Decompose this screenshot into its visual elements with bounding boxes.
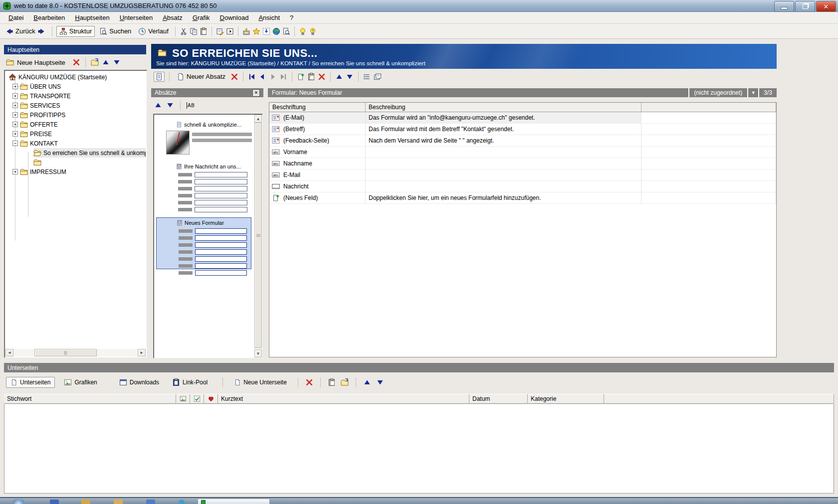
assignment-dropdown[interactable]: (nicht zugeordnet) xyxy=(688,88,748,97)
copy-icon[interactable] xyxy=(190,27,198,35)
taskbar-icon[interactable] xyxy=(50,500,59,504)
paragraph-up-icon[interactable] xyxy=(154,101,162,109)
preview-panel-icon[interactable] xyxy=(226,27,234,35)
menu-ansicht[interactable]: Ansicht xyxy=(254,12,284,23)
expander-plus[interactable]: + xyxy=(12,84,18,89)
column-header-heart-icon[interactable] xyxy=(204,394,218,404)
field-down-icon[interactable] xyxy=(346,73,354,81)
menu-download[interactable]: Download xyxy=(215,12,253,23)
expander-plus[interactable]: + xyxy=(12,169,18,174)
tree-item-offerte[interactable]: + OFFERTE xyxy=(12,120,58,129)
cut-icon[interactable] xyxy=(180,27,188,35)
verlauf-button[interactable]: Verlauf xyxy=(136,26,171,36)
close-button[interactable]: ✕ xyxy=(816,1,836,12)
menu-datei[interactable]: Datei xyxy=(4,12,28,23)
form-row-feedback-setting[interactable]: (Feedback-Seite) Nach dem Versand wird d… xyxy=(269,135,776,147)
tab-link-pool[interactable]: Link-Pool xyxy=(168,377,211,388)
publish-icon[interactable] xyxy=(242,27,250,35)
column-header-beschreibung[interactable]: Beschreibung xyxy=(366,103,641,112)
help-bulb-icon[interactable] xyxy=(309,27,317,35)
globe-icon[interactable] xyxy=(272,27,280,35)
column-header-check-icon[interactable] xyxy=(190,394,204,404)
struktur-button[interactable]: Struktur xyxy=(56,26,95,37)
rename-button[interactable]: AB xyxy=(187,102,195,109)
column-header-datum[interactable]: Datum xyxy=(469,394,528,404)
tree-item-preise[interactable]: + PREISE xyxy=(12,129,52,139)
forward-arrow-icon[interactable] xyxy=(37,27,45,35)
new-unterseite-button[interactable]: Neue Unterseite xyxy=(230,377,291,387)
form-row-neues-feld[interactable]: (Neues Feld) Doppelklicken Sie hier, um … xyxy=(269,192,776,204)
nav-prev-icon[interactable] xyxy=(258,73,266,81)
expander-plus[interactable]: + xyxy=(12,103,18,108)
delete-paragraph-icon[interactable] xyxy=(230,73,238,81)
tab-grafiken[interactable]: Grafiken xyxy=(60,377,101,388)
list-view-icon[interactable] xyxy=(363,73,371,81)
tree-item-ueber-uns[interactable]: + ÜBER UNS xyxy=(12,82,61,91)
minimize-button[interactable] xyxy=(774,1,794,12)
menu-absatz[interactable]: Absatz xyxy=(158,12,187,23)
scroll-up-button[interactable]: ▲ xyxy=(254,115,262,123)
menu-grafik[interactable]: Grafik xyxy=(188,12,214,23)
tree-hscrollbar[interactable]: ◄ ► xyxy=(5,349,146,356)
close-panel-icon[interactable]: ✕ xyxy=(252,89,260,97)
expander-plus[interactable]: + xyxy=(12,122,18,127)
subpage-down-icon[interactable] xyxy=(376,378,384,386)
scroll-thumb[interactable] xyxy=(254,123,262,348)
new-hauptseite-button[interactable]: Neue Hauptseite xyxy=(17,59,65,66)
paragraph-item-3-selected[interactable]: Neues Formular xyxy=(156,217,251,269)
scroll-thumb[interactable] xyxy=(34,349,97,356)
stack-view-icon[interactable] xyxy=(374,73,382,81)
taskbar-icon[interactable] xyxy=(81,500,90,504)
paragraph-down-icon[interactable] xyxy=(166,101,174,109)
tree-item-kontakt[interactable]: − KONTAKT xyxy=(12,139,58,148)
scroll-left-button[interactable]: ◄ xyxy=(5,349,13,356)
expander-plus[interactable]: + xyxy=(12,131,18,137)
favorites-star-icon[interactable] xyxy=(252,27,260,35)
scroll-right-button[interactable]: ► xyxy=(138,349,146,356)
tree-item-transporte[interactable]: + TRANSPORTE xyxy=(12,91,71,101)
form-row-email-setting[interactable]: (E-Mail) Das Formular wird an "info@kaen… xyxy=(269,112,776,124)
nav-first-icon[interactable] xyxy=(248,73,256,81)
delete-page-icon[interactable] xyxy=(72,58,80,66)
download-icon[interactable] xyxy=(262,27,270,35)
subpage-up-icon[interactable] xyxy=(363,378,371,386)
paste-subpage-icon[interactable] xyxy=(328,378,336,386)
start-button[interactable] xyxy=(13,499,24,504)
menu-hauptseiten[interactable]: Hauptseiten xyxy=(70,12,114,23)
move-subpage-folder-icon[interactable] xyxy=(341,378,349,386)
column-header-stichwort[interactable]: Stichwort xyxy=(4,394,176,404)
move-down-icon[interactable] xyxy=(113,58,121,66)
expander-minus[interactable]: − xyxy=(12,141,18,146)
form-row-vorname[interactable]: Vorname xyxy=(269,147,776,158)
subpages-table-body[interactable] xyxy=(4,404,834,494)
tree-item-profitipps[interactable]: + PROFITIPPS xyxy=(12,110,65,120)
paragraph-vscrollbar[interactable]: ▲ ▼ xyxy=(254,115,262,357)
tree-item-so-erreichen[interactable]: So erreichen Sie uns schnell & unkomp xyxy=(33,148,146,158)
form-row-betreff-setting[interactable]: (Betreff) Das Formular wird mit dem Betr… xyxy=(269,124,776,135)
remove-field-icon[interactable] xyxy=(318,73,326,81)
sidebar-toggle-button[interactable] xyxy=(154,72,165,82)
menu-bearbeiten[interactable]: Bearbeiten xyxy=(29,12,69,23)
edit-field-icon[interactable] xyxy=(307,73,315,81)
taskbar-icon[interactable] xyxy=(179,500,185,504)
form-row-nachname[interactable]: Nachname xyxy=(269,158,776,169)
paragraph-item-1[interactable]: schnell & unkomplizie... xyxy=(156,121,251,159)
nav-next-icon[interactable] xyxy=(269,73,277,81)
assignment-dropdown-arrow-icon[interactable]: ▼ xyxy=(747,88,758,97)
new-paragraph-button[interactable]: Neuer Absatz xyxy=(174,72,228,82)
menu-unterseiten[interactable]: Unterseiten xyxy=(115,12,157,23)
nav-last-icon[interactable] xyxy=(279,73,287,81)
form-row-email[interactable]: E-Mail xyxy=(269,169,776,181)
column-header-beschriftung[interactable]: Beschriftung xyxy=(269,103,366,112)
expander-plus[interactable]: + xyxy=(12,112,18,118)
tree-item-impressum[interactable]: + IMPRESSUM xyxy=(12,167,66,176)
taskbar-icon[interactable] xyxy=(146,500,155,504)
menu-help[interactable]: ? xyxy=(285,12,298,23)
scroll-down-button[interactable]: ▼ xyxy=(254,349,262,357)
delete-unterseite-icon[interactable] xyxy=(305,378,313,386)
tip-bulb-icon[interactable] xyxy=(299,27,307,35)
field-up-icon[interactable] xyxy=(335,73,343,81)
restore-button[interactable] xyxy=(795,1,815,12)
tree-item-services[interactable]: + SERVICES xyxy=(12,101,60,110)
suchen-button[interactable]: Suchen xyxy=(97,26,134,36)
